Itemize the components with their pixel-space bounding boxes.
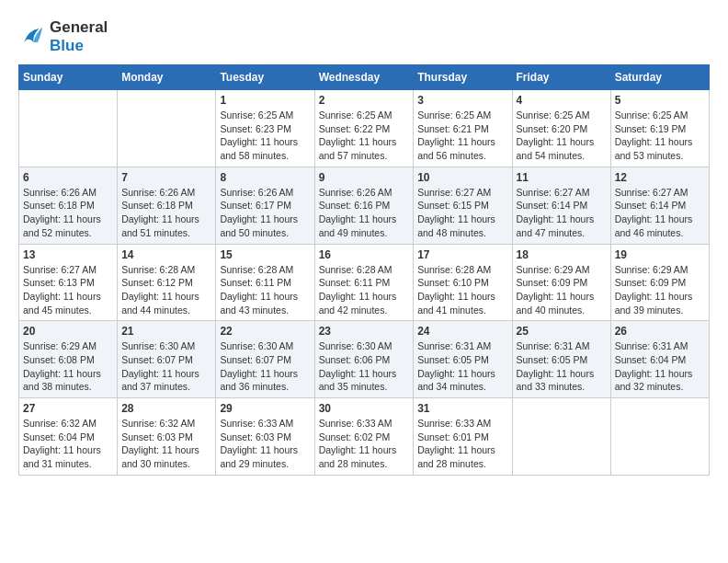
calendar-cell: 27Sunrise: 6:32 AM Sunset: 6:04 PM Dayli…	[19, 398, 118, 476]
day-info: Sunrise: 6:25 AM Sunset: 6:20 PM Dayligh…	[517, 109, 607, 163]
day-info: Sunrise: 6:26 AM Sunset: 6:18 PM Dayligh…	[121, 186, 211, 240]
calendar-cell: 13Sunrise: 6:27 AM Sunset: 6:13 PM Dayli…	[19, 244, 118, 321]
logo-text: General Blue	[50, 18, 108, 55]
calendar-week-row: 20Sunrise: 6:29 AM Sunset: 6:08 PM Dayli…	[19, 321, 710, 398]
calendar-cell: 19Sunrise: 6:29 AM Sunset: 6:09 PM Dayli…	[610, 244, 709, 321]
calendar-cell: 18Sunrise: 6:29 AM Sunset: 6:09 PM Dayli…	[512, 244, 610, 321]
day-number: 19	[615, 248, 705, 261]
logo: General Blue	[18, 18, 108, 55]
day-number: 4	[517, 94, 607, 107]
calendar-week-row: 27Sunrise: 6:32 AM Sunset: 6:04 PM Dayli…	[19, 398, 710, 476]
calendar-cell: 16Sunrise: 6:28 AM Sunset: 6:11 PM Dayli…	[314, 244, 414, 321]
calendar-cell: 24Sunrise: 6:31 AM Sunset: 6:05 PM Dayli…	[414, 321, 512, 398]
calendar-week-row: 1Sunrise: 6:25 AM Sunset: 6:23 PM Daylig…	[19, 90, 710, 167]
day-info: Sunrise: 6:32 AM Sunset: 6:04 PM Dayligh…	[23, 417, 113, 471]
calendar-cell: 6Sunrise: 6:26 AM Sunset: 6:18 PM Daylig…	[19, 167, 118, 244]
weekday-header-thursday: Thursday	[414, 65, 512, 90]
day-info: Sunrise: 6:33 AM Sunset: 6:01 PM Dayligh…	[417, 417, 507, 471]
day-number: 5	[615, 94, 705, 107]
day-info: Sunrise: 6:28 AM Sunset: 6:11 PM Dayligh…	[220, 263, 310, 317]
day-number: 6	[23, 171, 113, 184]
calendar-cell: 17Sunrise: 6:28 AM Sunset: 6:10 PM Dayli…	[414, 244, 512, 321]
calendar-cell: 21Sunrise: 6:30 AM Sunset: 6:07 PM Dayli…	[118, 321, 216, 398]
calendar-body: 1Sunrise: 6:25 AM Sunset: 6:23 PM Daylig…	[19, 90, 710, 476]
calendar-cell: 3Sunrise: 6:25 AM Sunset: 6:21 PM Daylig…	[414, 90, 512, 167]
day-number: 30	[319, 402, 410, 415]
calendar-table: SundayMondayTuesdayWednesdayThursdayFrid…	[18, 64, 710, 476]
calendar-cell	[610, 398, 709, 476]
page-header: General Blue	[18, 18, 710, 55]
day-number: 13	[23, 248, 113, 261]
calendar-cell	[512, 398, 610, 476]
calendar-cell: 1Sunrise: 6:25 AM Sunset: 6:23 PM Daylig…	[216, 90, 314, 167]
day-number: 22	[220, 325, 310, 338]
calendar-cell	[19, 90, 118, 167]
calendar-cell: 23Sunrise: 6:30 AM Sunset: 6:06 PM Dayli…	[314, 321, 414, 398]
day-info: Sunrise: 6:25 AM Sunset: 6:19 PM Dayligh…	[615, 109, 705, 163]
weekday-header-tuesday: Tuesday	[216, 65, 314, 90]
calendar-cell: 28Sunrise: 6:32 AM Sunset: 6:03 PM Dayli…	[118, 398, 216, 476]
day-info: Sunrise: 6:25 AM Sunset: 6:23 PM Dayligh…	[220, 109, 310, 163]
day-info: Sunrise: 6:30 AM Sunset: 6:06 PM Dayligh…	[319, 339, 410, 394]
day-number: 10	[417, 171, 507, 184]
weekday-header-wednesday: Wednesday	[314, 65, 414, 90]
calendar-cell: 10Sunrise: 6:27 AM Sunset: 6:15 PM Dayli…	[414, 167, 512, 244]
weekday-header-monday: Monday	[118, 65, 216, 90]
calendar-cell: 31Sunrise: 6:33 AM Sunset: 6:01 PM Dayli…	[414, 398, 512, 476]
day-info: Sunrise: 6:33 AM Sunset: 6:02 PM Dayligh…	[319, 417, 410, 471]
calendar-cell: 25Sunrise: 6:31 AM Sunset: 6:05 PM Dayli…	[512, 321, 610, 398]
day-number: 23	[319, 325, 410, 338]
day-info: Sunrise: 6:29 AM Sunset: 6:09 PM Dayligh…	[615, 263, 705, 317]
calendar-header-row: SundayMondayTuesdayWednesdayThursdayFrid…	[19, 65, 710, 90]
day-number: 27	[23, 402, 113, 415]
calendar-cell: 20Sunrise: 6:29 AM Sunset: 6:08 PM Dayli…	[19, 321, 118, 398]
day-number: 1	[220, 94, 310, 107]
day-info: Sunrise: 6:28 AM Sunset: 6:11 PM Dayligh…	[319, 263, 410, 317]
day-info: Sunrise: 6:27 AM Sunset: 6:14 PM Dayligh…	[615, 186, 705, 240]
calendar-week-row: 13Sunrise: 6:27 AM Sunset: 6:13 PM Dayli…	[19, 244, 710, 321]
day-info: Sunrise: 6:27 AM Sunset: 6:13 PM Dayligh…	[23, 263, 113, 317]
day-number: 15	[220, 248, 310, 261]
calendar-cell: 26Sunrise: 6:31 AM Sunset: 6:04 PM Dayli…	[610, 321, 709, 398]
calendar-cell: 8Sunrise: 6:26 AM Sunset: 6:17 PM Daylig…	[216, 167, 314, 244]
calendar-cell: 5Sunrise: 6:25 AM Sunset: 6:19 PM Daylig…	[610, 90, 709, 167]
day-info: Sunrise: 6:26 AM Sunset: 6:17 PM Dayligh…	[220, 186, 310, 240]
day-info: Sunrise: 6:25 AM Sunset: 6:22 PM Dayligh…	[319, 109, 410, 163]
day-number: 31	[417, 402, 507, 415]
day-number: 28	[121, 402, 211, 415]
day-info: Sunrise: 6:25 AM Sunset: 6:21 PM Dayligh…	[417, 109, 507, 163]
calendar-cell: 29Sunrise: 6:33 AM Sunset: 6:03 PM Dayli…	[216, 398, 314, 476]
day-number: 7	[121, 171, 211, 184]
day-number: 8	[220, 171, 310, 184]
day-info: Sunrise: 6:31 AM Sunset: 6:04 PM Dayligh…	[615, 339, 705, 394]
calendar-week-row: 6Sunrise: 6:26 AM Sunset: 6:18 PM Daylig…	[19, 167, 710, 244]
day-info: Sunrise: 6:29 AM Sunset: 6:08 PM Dayligh…	[23, 339, 113, 394]
calendar-cell: 12Sunrise: 6:27 AM Sunset: 6:14 PM Dayli…	[610, 167, 709, 244]
calendar-cell: 15Sunrise: 6:28 AM Sunset: 6:11 PM Dayli…	[216, 244, 314, 321]
day-info: Sunrise: 6:27 AM Sunset: 6:14 PM Dayligh…	[517, 186, 607, 240]
calendar-cell	[118, 90, 216, 167]
day-info: Sunrise: 6:29 AM Sunset: 6:09 PM Dayligh…	[517, 263, 607, 317]
day-info: Sunrise: 6:33 AM Sunset: 6:03 PM Dayligh…	[220, 417, 310, 471]
day-number: 24	[417, 325, 507, 338]
day-info: Sunrise: 6:26 AM Sunset: 6:18 PM Dayligh…	[23, 186, 113, 240]
day-info: Sunrise: 6:31 AM Sunset: 6:05 PM Dayligh…	[517, 339, 607, 394]
logo-bird-icon	[18, 23, 46, 51]
day-number: 3	[417, 94, 507, 107]
calendar-cell: 14Sunrise: 6:28 AM Sunset: 6:12 PM Dayli…	[118, 244, 216, 321]
calendar-cell: 7Sunrise: 6:26 AM Sunset: 6:18 PM Daylig…	[118, 167, 216, 244]
weekday-header-sunday: Sunday	[19, 65, 118, 90]
day-number: 26	[615, 325, 705, 338]
day-info: Sunrise: 6:26 AM Sunset: 6:16 PM Dayligh…	[319, 186, 410, 240]
day-info: Sunrise: 6:28 AM Sunset: 6:12 PM Dayligh…	[121, 263, 211, 317]
calendar-cell: 4Sunrise: 6:25 AM Sunset: 6:20 PM Daylig…	[512, 90, 610, 167]
weekday-header-friday: Friday	[512, 65, 610, 90]
calendar-cell: 11Sunrise: 6:27 AM Sunset: 6:14 PM Dayli…	[512, 167, 610, 244]
day-info: Sunrise: 6:32 AM Sunset: 6:03 PM Dayligh…	[121, 417, 211, 471]
calendar-cell: 22Sunrise: 6:30 AM Sunset: 6:07 PM Dayli…	[216, 321, 314, 398]
day-info: Sunrise: 6:30 AM Sunset: 6:07 PM Dayligh…	[220, 339, 310, 394]
day-number: 20	[23, 325, 113, 338]
day-info: Sunrise: 6:31 AM Sunset: 6:05 PM Dayligh…	[417, 339, 507, 394]
day-number: 11	[517, 171, 607, 184]
day-number: 29	[220, 402, 310, 415]
